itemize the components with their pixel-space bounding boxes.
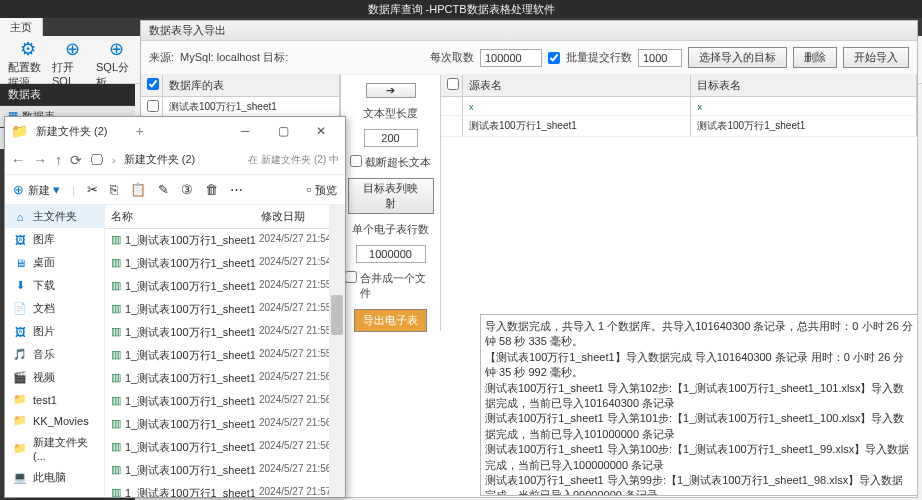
table-row[interactable]: xx	[441, 97, 917, 116]
file-row[interactable]: ▥1_测试表100万行1_sheet1_34.xlsx2024/5/27 21:…	[105, 436, 345, 459]
merge-checkbox[interactable]	[345, 271, 357, 283]
breadcrumb[interactable]: 新建文件夹 (2)	[124, 152, 196, 167]
share-button[interactable]: ③	[181, 182, 193, 197]
forward-button[interactable]: →	[33, 152, 47, 168]
file-row[interactable]: ▥1_测试表100万行1_sheet1_29.xlsx2024/5/27 21:…	[105, 321, 345, 344]
tab-home[interactable]: 主页	[0, 18, 43, 36]
sidebar-item[interactable]: 📁新建文件夹 (...	[5, 431, 104, 466]
sidebar-header: 数据表	[0, 84, 135, 105]
file-explorer-window: 📁 新建文件夹 (2) + ─ ▢ ✕ ← → ↑ ⟳ 🖵 › 新建文件夹 (2…	[4, 116, 346, 498]
select-all-checkbox[interactable]	[147, 78, 159, 90]
excel-icon: ▥	[111, 256, 121, 271]
select-target-button[interactable]: 选择导入的目标	[688, 47, 787, 68]
ribbon-sql-analyze[interactable]: ⊕SQL分析	[96, 38, 136, 90]
batch-label: 每次取数	[430, 50, 474, 65]
move-right-button[interactable]: ➔	[366, 83, 416, 98]
text-len-input[interactable]	[364, 129, 418, 147]
sidebar-item[interactable]: 📁test1	[5, 389, 104, 410]
excel-icon: x	[469, 102, 474, 112]
file-row[interactable]: ▥1_测试表100万行1_sheet1_28.xlsx2024/5/27 21:…	[105, 298, 345, 321]
sidebar-item[interactable]: 🎵音乐	[5, 343, 104, 366]
excel-icon: ▥	[111, 440, 121, 455]
folder-icon: 💻	[13, 471, 27, 484]
text-len-label: 文本型长度	[363, 106, 418, 121]
trunc-checkbox[interactable]	[350, 155, 362, 167]
cut-button[interactable]: ✂	[87, 182, 98, 197]
middle-controls: ➔ 文本型长度 截断超长文本 目标表列映射 单个电子表行数 合并成一个文件 导出…	[341, 75, 441, 331]
batch-input[interactable]	[480, 49, 542, 67]
sidebar-item[interactable]: 💻此电脑	[5, 466, 104, 489]
log-output[interactable]: 导入数据完成，共导入 1 个数据库。共导入101640300 条记录，总共用时：…	[480, 314, 918, 496]
excel-icon: ▥	[111, 417, 121, 432]
mapping-grid: 源表名目标表名 xx 测试表100万行1_sheet1测试表100万行1_she…	[441, 75, 917, 331]
file-row[interactable]: ▥1_测试表100万行1_sheet1_27.xlsx2024/5/27 21:…	[105, 275, 345, 298]
folder-icon: 📁	[13, 442, 27, 455]
close-button[interactable]: ✕	[303, 119, 339, 143]
ribbon-open-sql[interactable]: ⊕打开SQL	[52, 38, 92, 90]
excel-icon: ▥	[111, 325, 121, 340]
folder-icon: 🖼	[13, 234, 27, 246]
file-row[interactable]: ▥1_测试表100万行1_sheet1_32.xlsx2024/5/27 21:…	[105, 390, 345, 413]
search-placeholder[interactable]: 在 新建文件夹 (2) 中	[248, 153, 339, 167]
delete-button[interactable]: 删除	[793, 47, 837, 68]
gear-icon: ⚙	[20, 38, 36, 60]
excel-icon: ▥	[111, 394, 121, 409]
file-row[interactable]: ▥1_测试表100万行1_sheet1_31.xlsx2024/5/27 21:…	[105, 367, 345, 390]
excel-icon: ▥	[111, 233, 121, 248]
commit-checkbox[interactable]	[548, 52, 560, 64]
delete-button[interactable]: 🗑	[205, 182, 218, 197]
sidebar-home[interactable]: ⌂主文件夹	[5, 205, 104, 228]
file-row[interactable]: ▥1_测试表100万行1_sheet1_26.xlsx2024/5/27 21:…	[105, 252, 345, 275]
panel-title: 数据表导入导出	[141, 21, 917, 41]
explorer-titlebar[interactable]: 📁 新建文件夹 (2) + ─ ▢ ✕	[5, 117, 345, 145]
file-row[interactable]: ▥1_测试表100万行1_sheet1_25.xlsx2024/5/27 21:…	[105, 229, 345, 252]
sidebar-item[interactable]: 🖥桌面	[5, 251, 104, 274]
sidebar-item[interactable]: ⬇下载	[5, 274, 104, 297]
sidebar-item[interactable]: 📄文档	[5, 297, 104, 320]
scrollbar[interactable]	[329, 205, 345, 497]
preview-button[interactable]: ▫ 预览	[307, 182, 337, 198]
file-row[interactable]: ▥1_测试表100万行1_sheet1_35.xlsx2024/5/27 21:…	[105, 459, 345, 482]
maximize-button[interactable]: ▢	[265, 119, 301, 143]
rename-button[interactable]: ✎	[158, 182, 169, 197]
more-button[interactable]: ⋯	[230, 182, 243, 197]
scrollbar-thumb[interactable]	[331, 295, 343, 335]
excel-icon: ▥	[111, 302, 121, 317]
back-button[interactable]: ←	[11, 152, 25, 168]
excel-icon: ▥	[111, 279, 121, 294]
minimize-button[interactable]: ─	[227, 119, 263, 143]
excel-icon: ▥	[111, 463, 121, 478]
file-row[interactable]: ▥1_测试表100万行1_sheet1_36.xlsx2024/5/27 21:…	[105, 482, 345, 497]
up-button[interactable]: ↑	[55, 152, 62, 168]
source-text: MySql: localhost 目标:	[180, 50, 424, 65]
single-rows-input[interactable]	[356, 245, 426, 263]
new-tab-button[interactable]: +	[136, 123, 144, 139]
new-button[interactable]: ⊕ 新建 ▾	[13, 182, 60, 198]
file-row[interactable]: ▥1_测试表100万行1_sheet1_33.xlsx2024/5/27 21:…	[105, 413, 345, 436]
file-row[interactable]: ▥1_测试表100万行1_sheet1_30.xlsx2024/5/27 21:…	[105, 344, 345, 367]
select-all-checkbox[interactable]	[447, 78, 459, 90]
col-name[interactable]: 名称	[105, 205, 255, 228]
start-import-button[interactable]: 开始导入	[843, 47, 909, 68]
source-label: 来源:	[149, 50, 174, 65]
excel-icon: ▥	[111, 371, 121, 386]
table-row[interactable]: 测试表100万行1_sheet1	[141, 97, 340, 118]
commit-input[interactable]	[638, 49, 682, 67]
column-mapping-button[interactable]: 目标表列映射	[348, 178, 434, 214]
export-spreadsheet-button[interactable]: 导出电子表	[354, 309, 427, 332]
folder-icon: ⬇	[13, 279, 27, 292]
copy-button[interactable]: ⎘	[110, 182, 118, 197]
row-checkbox[interactable]	[147, 100, 159, 112]
table-row[interactable]: 测试表100万行1_sheet1测试表100万行1_sheet1	[441, 116, 917, 137]
sidebar-item[interactable]: 📁KK_Movies	[5, 410, 104, 431]
folder-icon: 📁	[13, 414, 27, 427]
sidebar-item[interactable]: 🖼图片	[5, 320, 104, 343]
col-date[interactable]: 修改日期	[255, 205, 311, 228]
paste-button[interactable]: 📋	[130, 182, 146, 197]
ribbon-config-datasource[interactable]: ⚙配置数据源	[8, 38, 48, 90]
sidebar-item[interactable]: 🖼图库	[5, 228, 104, 251]
sidebar-item[interactable]: 🎬视频	[5, 366, 104, 389]
folder-icon: 🖥	[13, 257, 27, 269]
refresh-button[interactable]: ⟳	[70, 152, 82, 168]
explorer-title: 新建文件夹 (2)	[36, 124, 108, 139]
